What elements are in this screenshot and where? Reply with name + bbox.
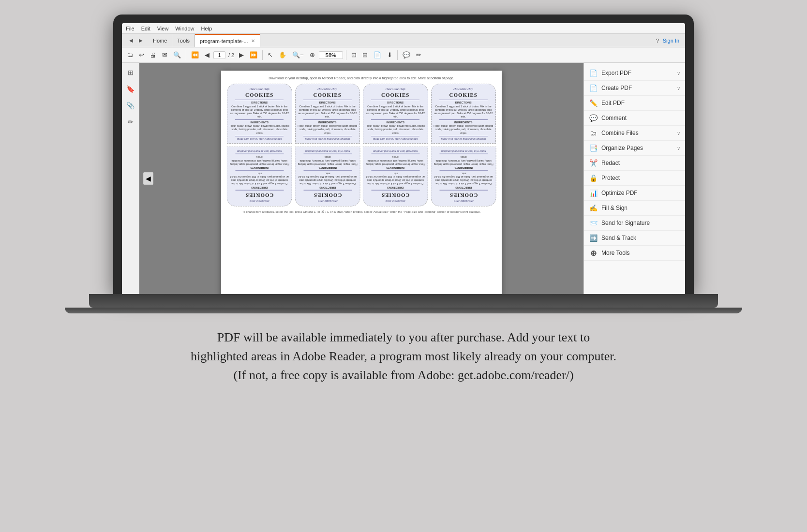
toolbar-zoom-out-btn[interactable]: 🔍− [290, 50, 306, 59]
tab-home[interactable]: Home [148, 34, 172, 47]
label-main-8: COOKIES [449, 192, 478, 198]
toolbar-snap-btn[interactable]: ⊞ [360, 50, 370, 59]
toolbar-comment-btn[interactable]: 💬 [401, 50, 412, 59]
laptop-wrapper: File Edit View Window Help ◀ ▶ Home [0, 0, 807, 394]
toolbar-zoom-in-btn[interactable]: ⊕ [308, 50, 317, 59]
toolbar-search-btn[interactable]: 🔍 [171, 50, 183, 59]
toolbar-sep-4 [397, 50, 398, 60]
tab-close-icon[interactable]: ✕ [251, 38, 255, 44]
sidebar-tools-icon[interactable]: ✏ [125, 116, 136, 128]
label-footer-4: made with love by marie and jonathan [441, 137, 486, 140]
label-footer-5: made with love by marie and jonathan [237, 150, 282, 153]
label-divider-6 [303, 136, 352, 136]
toolbar-prev-btn[interactable]: ◀ [203, 50, 211, 59]
panel-export-pdf[interactable]: 📄 Export PDF ∨ [584, 66, 685, 81]
toolbar-next-btn[interactable]: ▶ [237, 50, 246, 59]
label-divider-3 [235, 136, 284, 136]
toolbar-page-btn[interactable]: 📄 [372, 50, 383, 59]
menu-edit[interactable]: Edit [141, 26, 150, 31]
menu-help[interactable]: Help [201, 26, 212, 31]
label-main-4: COOKIES [449, 92, 478, 98]
toolbar-pencil-btn[interactable]: ✏ [414, 50, 423, 59]
toolbar-ffwd-btn[interactable]: ⏩ [248, 50, 259, 59]
panel-comment[interactable]: 💬 Comment [584, 111, 685, 126]
label-directions-2: DIRECTIONS Combine 2 eggs and 1 stick of… [298, 101, 358, 118]
combine-files-label: Combine Files [601, 130, 673, 136]
toolbar-fit-btn[interactable]: ⊡ [349, 50, 359, 59]
toolbar-sep-1 [186, 50, 186, 60]
panel-organize-pages[interactable]: 📑 Organize Pages ∨ [584, 141, 685, 156]
label-ingredients-2: INGREDIENTS Flour, sugar, brown sugar, p… [298, 121, 358, 135]
label-divider-4 [303, 100, 352, 100]
more-tools-icon: ⊕ [589, 249, 598, 257]
toolbar-rewind-btn[interactable]: ⏪ [189, 50, 201, 59]
page-number-input[interactable] [213, 51, 225, 59]
label-divider-13 [235, 190, 284, 190]
sign-in-button[interactable]: Sign In [663, 38, 679, 44]
send-track-label: Send & Track [601, 235, 680, 241]
toolbar-sign-btn[interactable]: ⬇ [385, 50, 394, 59]
label-directions-3: DIRECTIONS Combine 2 eggs and 1 stick of… [365, 101, 426, 118]
sidebar-pages-icon[interactable]: ⊞ [125, 67, 136, 78]
laptop-screen-inner: File Edit View Window Help ◀ ▶ Home [122, 23, 685, 294]
export-pdf-label: Export PDF [601, 70, 673, 76]
label-script-6: chocolate chip [317, 199, 337, 203]
cookie-label-6: chocolate chip COOKIES DIRECTIONS Combin… [295, 147, 360, 207]
create-pdf-label: Create PDF [601, 85, 673, 91]
main-area: ⊞ 🔖 📎 ✏ ◀ Download to your desktop, open… [122, 63, 685, 294]
panel-send-track[interactable]: ➡️ Send & Track [584, 231, 685, 246]
toolbar-open-btn[interactable]: 🗂 [125, 50, 135, 59]
tab-document[interactable]: program-template-... ✕ [195, 34, 260, 47]
toolbar-sep-3 [346, 50, 346, 60]
panel-fill-sign[interactable]: ✍️ Fill & Sign [584, 201, 685, 216]
label-divider-16 [303, 190, 352, 190]
cookie-label-1: chocolate chip COOKIES DIRECTIONS Combin… [227, 84, 292, 144]
label-directions-7: DIRECTIONS Combine 2 eggs and 1 stick of… [365, 171, 426, 189]
pdf-prev-arrow[interactable]: ◀ [143, 172, 153, 185]
bottom-text-section: PDF will be available immediately to you… [133, 313, 674, 394]
send-signature-icon: 📨 [589, 219, 598, 227]
label-divider-12 [439, 136, 488, 136]
label-divider-15 [235, 154, 284, 154]
label-main-1: COOKIES [245, 92, 273, 98]
protect-icon: 🔒 [589, 174, 598, 182]
label-main-7: COOKIES [381, 192, 409, 198]
send-signature-label: Send for Signature [601, 220, 680, 226]
panel-combine-files[interactable]: 🗂 Combine Files ∨ [584, 126, 685, 141]
toolbar: 🗂 ↩ 🖨 ✉ 🔍 ⏪ ◀ / 2 ▶ ⏩ ↖ ✋ 🔍− ⊕ [122, 47, 685, 63]
label-footer-1: made with love by marie and jonathan [237, 137, 282, 140]
menu-file[interactable]: File [126, 26, 134, 31]
tab-nav-back[interactable]: ◀ [127, 36, 135, 45]
toolbar-hand-btn[interactable]: ✋ [277, 50, 288, 59]
toolbar-back-btn[interactable]: ↩ [137, 50, 146, 59]
page-total: / 2 [228, 52, 234, 58]
panel-protect[interactable]: 🔒 Protect [584, 171, 685, 186]
label-divider-7 [371, 100, 419, 100]
sidebar-attachments-icon[interactable]: 📎 [125, 100, 136, 111]
tab-nav-forward[interactable]: ▶ [136, 36, 145, 45]
organize-pages-label: Organize Pages [601, 145, 673, 151]
panel-optimize-pdf[interactable]: 📊 Optimize PDF [584, 186, 685, 201]
panel-edit-pdf[interactable]: ✏️ Edit PDF [584, 96, 685, 111]
label-divider-11 [439, 119, 488, 120]
toolbar-email-btn[interactable]: ✉ [160, 50, 169, 59]
sidebar-bookmarks-icon[interactable]: 🔖 [125, 83, 136, 95]
help-icon[interactable]: ? [656, 38, 659, 44]
label-ingredients-6: INGREDIENTS Flour, sugar, brown sugar, p… [298, 155, 358, 169]
label-divider-5 [303, 119, 352, 120]
label-ingredients-4: INGREDIENTS Flour, sugar, brown sugar, p… [433, 121, 494, 135]
panel-more-tools[interactable]: ⊕ More Tools [584, 246, 685, 261]
zoom-input[interactable] [319, 51, 343, 59]
panel-redact[interactable]: ✂️ Redact [584, 156, 685, 171]
menu-window[interactable]: Window [175, 26, 194, 31]
fill-sign-icon: ✍️ [589, 204, 598, 212]
tab-tools[interactable]: Tools [172, 34, 195, 47]
panel-create-pdf[interactable]: 📄 Create PDF ∨ [584, 81, 685, 96]
panel-send-signature[interactable]: 📨 Send for Signature [584, 216, 685, 231]
menu-view[interactable]: View [157, 26, 169, 31]
toolbar-print-btn[interactable]: 🖨 [148, 50, 158, 59]
tab-bar: ◀ ▶ Home Tools program-template-... ✕ ? [122, 34, 685, 47]
toolbar-cursor-btn[interactable]: ↖ [266, 50, 275, 59]
pdf-top-text: Download to your desktop, open in Acroba… [269, 76, 454, 80]
label-ingredients-1: INGREDIENTS Flour, sugar, brown sugar, p… [229, 121, 290, 135]
